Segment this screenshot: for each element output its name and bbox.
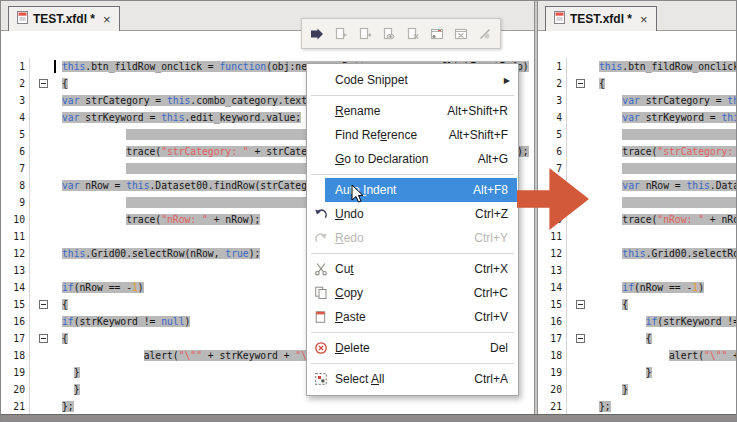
menu-item-code-snippet[interactable]: Code Snippet▶ xyxy=(308,68,517,92)
fold-collapse-icon[interactable] xyxy=(576,300,585,309)
file-icon xyxy=(17,10,28,28)
close-window-icon xyxy=(450,21,472,46)
preview-doc-icon xyxy=(378,21,400,46)
selected-text: trace("nRow: " + nRow); xyxy=(622,214,736,225)
line-number: 11 xyxy=(538,228,567,245)
code-line[interactable]: 6 trace("strCategory: " + strCategory + … xyxy=(538,143,736,160)
selected-text: alert("\"" + strKeyword + "\" not found"… xyxy=(669,350,736,361)
line-number: 20 xyxy=(538,381,567,398)
line-number: 8 xyxy=(1,177,30,194)
code-line[interactable]: 1this.btn_fildRow_onclick = function(obj… xyxy=(538,58,736,75)
tab-bar-right: TEST.xfdl * × xyxy=(538,1,736,31)
fold-collapse-icon[interactable] xyxy=(39,300,48,309)
code-line[interactable]: 13 xyxy=(538,262,736,279)
code-line[interactable]: 17 { xyxy=(538,330,736,347)
line-number: 11 xyxy=(1,228,30,245)
selected-text: }; xyxy=(62,401,74,412)
menu-separator xyxy=(311,332,514,333)
menu-item-delete[interactable]: DeleteDel xyxy=(308,336,517,360)
line-number: 12 xyxy=(538,245,567,262)
code-text: if(nRow == -1) xyxy=(594,279,736,296)
code-text: var nRow = this.Dataset00.findRow(strCat… xyxy=(594,177,736,194)
line-number: 21 xyxy=(1,398,30,414)
selected-text: { xyxy=(646,333,652,344)
code-line[interactable]: 3 var strCategory = this.combo_category.… xyxy=(538,92,736,109)
fold-collapse-icon[interactable] xyxy=(39,79,48,88)
code-line[interactable]: 20 } xyxy=(538,381,736,398)
fold-gutter xyxy=(30,228,57,245)
menu-item-cut[interactable]: CutCtrl+X xyxy=(308,257,517,281)
submenu-arrow-icon: ▶ xyxy=(504,76,517,85)
tab-close-icon[interactable]: × xyxy=(640,13,648,26)
menu-item-find-reference[interactable]: Find ReferenceAlt+Shift+F xyxy=(308,123,517,147)
code-line[interactable]: 12 this.Grid00.selectRow(nRow, true); xyxy=(538,245,736,262)
code-text: { xyxy=(594,296,736,313)
menu-item-undo[interactable]: UndoCtrl+Z xyxy=(308,202,517,226)
menu-item-shortcut: Ctrl+A xyxy=(474,372,517,386)
selected-text: this.Grid00.selectRow(nRow, true); xyxy=(62,248,260,259)
code-text: { xyxy=(594,330,736,347)
code-line[interactable]: 18 alert("\"" + strKeyword + "\" not fou… xyxy=(538,347,736,364)
code-line[interactable]: 4 var strKeyword = this.edit_keyword.val… xyxy=(538,109,736,126)
menu-item-select-all[interactable]: Select AllCtrl+A xyxy=(308,367,517,391)
fold-gutter xyxy=(567,364,594,381)
line-number: 13 xyxy=(538,262,567,279)
code-line[interactable]: 11 xyxy=(538,228,736,245)
redo-icon xyxy=(313,231,329,245)
selected-text: if(strKeyword != null) xyxy=(62,316,190,327)
fold-gutter xyxy=(30,381,57,398)
line-number: 4 xyxy=(538,109,567,126)
line-number: 2 xyxy=(538,75,567,92)
code-line[interactable]: 15 { xyxy=(538,296,736,313)
menu-item-label: Copy xyxy=(335,286,363,300)
fold-gutter xyxy=(30,313,57,330)
selected-text xyxy=(622,163,736,174)
selected-text: if(nRow == -1) xyxy=(62,282,144,293)
menu-item-rename[interactable]: RenameAlt+Shift+R xyxy=(308,99,517,123)
line-number: 10 xyxy=(1,211,30,228)
line-number: 14 xyxy=(1,279,30,296)
code-line[interactable]: 16 if(strKeyword != null) xyxy=(538,313,736,330)
goto-icon[interactable] xyxy=(306,21,328,46)
selected-text: } xyxy=(622,384,628,395)
selected-text xyxy=(622,129,736,140)
code-editor-right[interactable]: 1this.btn_fildRow_onclick = function(obj… xyxy=(538,31,736,414)
code-line[interactable]: 2{ xyxy=(538,75,736,92)
fold-collapse-icon[interactable] xyxy=(576,79,585,88)
status-strip xyxy=(1,414,736,422)
code-line[interactable]: 21}; xyxy=(538,398,736,414)
line-number: 7 xyxy=(1,160,30,177)
fold-gutter xyxy=(30,398,57,414)
selected-text: } xyxy=(646,367,652,378)
tab-test-xfdl-left[interactable]: TEST.xfdl * × xyxy=(8,6,120,31)
menu-item-label: Auto Indent xyxy=(335,183,396,197)
menu-item-paste[interactable]: PasteCtrl+V xyxy=(308,305,517,329)
line-number: 21 xyxy=(538,398,567,414)
tab-test-xfdl-right[interactable]: TEST.xfdl * × xyxy=(545,6,657,31)
code-line[interactable]: 19 } xyxy=(538,364,736,381)
line-number: 1 xyxy=(538,58,567,75)
menu-item-copy[interactable]: CopyCtrl+C xyxy=(308,281,517,305)
fold-gutter xyxy=(30,262,57,279)
fold-gutter xyxy=(30,109,57,126)
tab-close-icon[interactable]: × xyxy=(103,13,111,26)
fold-gutter xyxy=(567,296,594,313)
selected-text: trace("strCategory: " + strCategory + ",… xyxy=(622,146,736,157)
line-number: 17 xyxy=(538,330,567,347)
menu-item-label: Delete xyxy=(335,341,370,355)
fold-collapse-icon[interactable] xyxy=(576,334,585,343)
line-number: 12 xyxy=(1,245,30,262)
menu-item-go-to-declaration[interactable]: Go to DeclarationAlt+G xyxy=(308,147,517,171)
new-window-icon xyxy=(426,21,448,46)
menu-item-shortcut: Ctrl+X xyxy=(474,262,517,276)
code-line[interactable]: 7 xyxy=(538,160,736,177)
fold-gutter xyxy=(567,330,594,347)
fold-collapse-icon[interactable] xyxy=(39,334,48,343)
fold-gutter xyxy=(567,347,594,364)
selected-text: if(strKeyword != null) xyxy=(646,316,736,327)
code-line[interactable]: 5 xyxy=(538,126,736,143)
code-line[interactable]: 14 if(nRow == -1) xyxy=(538,279,736,296)
line-number: 19 xyxy=(1,364,30,381)
fold-gutter xyxy=(30,296,57,313)
code-line[interactable]: 21}; xyxy=(1,398,534,414)
